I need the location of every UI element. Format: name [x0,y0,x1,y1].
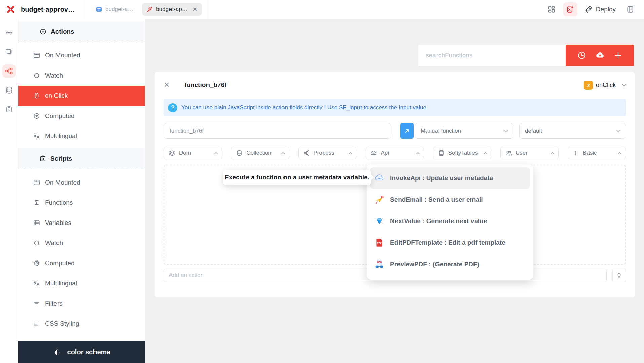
category-dom[interactable]: Dom [164,147,222,159]
database-icon [438,150,445,157]
scripts-list: On Mounted Functions Variables [18,172,145,334]
category-collection[interactable]: Collection [231,147,289,159]
environment-select[interactable]: default [519,123,626,139]
item-label: Computed [45,112,75,120]
menu-item-label: NextValue : Generate next value [390,217,487,225]
hexagon-icon [33,112,40,120]
sidebar-item-on-mounted-script[interactable]: On Mounted [18,172,145,193]
sidebar-item-css-styling[interactable]: CSS Styling [18,314,145,334]
function-title: function_b76f [185,81,227,89]
sidebar-item-on-click[interactable]: on Click [18,86,145,106]
sidebar-item-functions[interactable]: Functions [18,193,145,213]
page-icon [96,6,102,13]
code-editor-button[interactable] [563,2,577,16]
info-text: You can use plain JavaScript inside acti… [181,104,428,111]
category-softytables[interactable]: SoftyTables [433,147,491,159]
menu-item-sendemail[interactable]: 1 SendEmail : Send a user email [370,189,530,210]
svg-text:1: 1 [382,196,383,198]
cloud-upload-button[interactable] [595,50,605,61]
app-logo-icon [6,5,15,14]
svg-text:API: API [378,177,381,179]
database-tool-button[interactable] [2,83,16,97]
sidebar-item-computed-script[interactable]: Computed [18,253,145,273]
open-function-button[interactable] [400,123,414,139]
rocket-icon [585,5,593,13]
category-process[interactable]: Process [298,147,356,159]
topbar-actions: Deploy [544,2,644,16]
category-label: Process [313,150,346,156]
workflow-canvas: ✕ function_b76f x onClick ? You can use … [145,19,644,363]
sidebar-item-multilingual-script[interactable]: Multilingual [18,273,145,293]
add-function-button[interactable] [613,50,623,61]
window-icon [33,179,40,186]
category-label: Basic [583,150,615,156]
function-tooltip: Execute a function on a user metadata va… [223,170,371,185]
translate-icon [33,132,40,140]
chevron-up-icon [281,152,285,156]
database-icon [236,150,243,157]
sidebar-item-filters[interactable]: Filters [18,293,145,314]
plus-icon [572,150,579,157]
menu-item-nextvalue[interactable]: NextValue : Generate next value [370,210,530,232]
item-label: Filters [45,300,63,307]
history-button[interactable] [577,50,587,61]
sidebar-item-watch[interactable]: Watch [18,66,145,86]
flow-icon [303,150,310,157]
item-label: On Mounted [45,179,80,186]
send-email-icon: 1 [374,195,384,205]
item-label: on Click [45,92,68,99]
workflows-tool-button[interactable] [2,64,16,78]
mouse-icon [33,92,40,99]
script-icon [39,155,46,162]
category-user[interactable]: User [500,147,559,159]
tab-page[interactable]: budget-a… [91,3,138,16]
chevron-up-icon [349,152,352,156]
circle-icon [33,239,40,247]
workflow-sidebar: Actions On Mounted Watch [18,19,145,363]
item-label: Watch [45,239,63,247]
diamond-icon [374,216,384,226]
item-label: Watch [45,72,63,79]
action-categories-row: Dom Collection [164,147,626,159]
color-scheme-button[interactable]: color scheme [18,341,145,363]
chevron-up-icon [214,152,218,156]
layout-view-button[interactable] [544,2,559,16]
pdf-preview-icon: PDF [374,259,384,269]
spacing-tool-button[interactable] [2,26,16,39]
item-label: On Mounted [45,52,80,59]
sidebar-item-multilingual[interactable]: Multilingual [18,126,145,146]
close-tab-icon[interactable]: ✕ [193,6,197,13]
svg-text:PDF: PDF [377,261,382,264]
sidebar-item-watch-script[interactable]: Watch [18,233,145,253]
sigma-icon [33,199,40,206]
function-type-select[interactable]: Manual function [415,123,513,139]
action-settings-button[interactable] [612,269,626,282]
item-label: Multilingual [45,132,77,140]
menu-item-invokeapi[interactable]: API InvokeApi : Update user metadata [370,167,530,189]
chevron-up-icon [483,152,487,156]
app-window: budget-approv… budget-a… budget-ap… ✕ [0,0,644,363]
sidebar-item-variables[interactable]: Variables [18,213,145,233]
info-banner: ? You can use plain JavaScript inside ac… [164,99,626,116]
category-api[interactable]: API Api [366,147,424,159]
docs-button[interactable] [623,2,637,16]
deploy-button[interactable]: Deploy [582,5,618,13]
pages-tool-button[interactable] [2,45,16,58]
event-trigger-selector[interactable]: x onClick [584,81,626,90]
category-basic[interactable]: Basic [568,147,626,159]
tab-workflow[interactable]: budget-ap… ✕ [142,3,202,16]
item-label: Multilingual [45,280,77,287]
reports-tool-button[interactable] [2,103,16,116]
section-header-scripts: Scripts [18,148,145,169]
function-name-input[interactable] [164,123,391,139]
menu-item-editpdftemplate[interactable]: PDF EditPDFTemplate : Edit a pdf templat… [370,232,530,253]
pdf-file-icon: PDF [374,238,384,248]
close-panel-icon[interactable]: ✕ [164,81,172,89]
section-header-actions: Actions [18,21,145,42]
category-label: SoftyTables [448,150,481,156]
sidebar-item-on-mounted[interactable]: On Mounted [18,45,145,66]
search-functions-input[interactable] [418,45,566,66]
table-icon [33,219,40,227]
menu-item-previewpdf[interactable]: PDF PreviewPDF : (Generate PDF) [370,253,530,275]
sidebar-item-computed[interactable]: Computed [18,106,145,126]
